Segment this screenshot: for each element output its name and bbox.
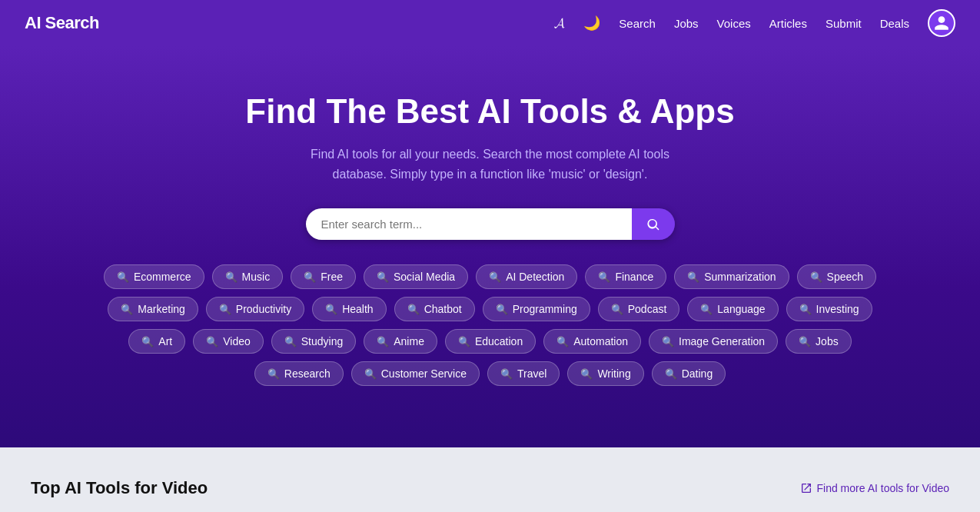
tag-label: Social Media [394,271,455,283]
tag-item[interactable]: 🔍Travel [487,361,560,386]
tag-search-icon: 🔍 [598,271,610,283]
tag-search-icon: 🔍 [267,368,280,380]
tag-search-icon: 🔍 [458,336,470,347]
tag-item[interactable]: 🔍Education [445,329,536,354]
tag-search-icon: 🔍 [810,271,822,283]
tag-item[interactable]: 🔍Marketing [108,297,198,321]
tag-search-icon: 🔍 [325,304,337,315]
moon-icon: 🌙 [583,15,600,32]
tag-label: Research [284,367,331,380]
logo[interactable]: AI Search [25,13,99,33]
tag-search-icon: 🔍 [496,304,508,315]
tags-container: 🔍Ecommerce🔍Music🔍Free🔍Social Media🔍AI De… [68,264,913,386]
tag-label: Programming [513,303,577,315]
tag-search-icon: 🔍 [580,368,593,380]
tag-label: Productivity [236,303,291,315]
tag-label: Writing [597,367,630,380]
tag-item[interactable]: 🔍Automation [543,329,641,354]
tag-search-icon: 🔍 [141,336,154,347]
tag-item[interactable]: 🔍Language [687,297,778,321]
search-input[interactable] [306,208,632,240]
tag-search-icon: 🔍 [700,304,713,315]
tag-item[interactable]: 🔍Investing [786,297,872,321]
tag-label: Image Generation [679,335,765,347]
tag-search-icon: 🔍 [407,304,420,315]
section-title: Top AI Tools for Video [31,478,208,498]
tag-item[interactable]: 🔍Studying [271,329,356,354]
tag-search-icon: 🔍 [556,336,569,347]
tag-item[interactable]: 🔍Speech [797,264,876,289]
tag-item[interactable]: 🔍Chatbot [394,297,475,321]
tag-search-icon: 🔍 [225,271,238,283]
tag-item[interactable]: 🔍Art [128,329,185,354]
tag-label: Speech [827,271,863,283]
tag-search-icon: 🔍 [665,368,677,380]
tag-label: Music [242,271,271,283]
tag-item[interactable]: 🔍Jobs [786,329,852,354]
tag-item[interactable]: 🔍Customer Service [351,361,480,386]
tag-item[interactable]: 🔍Podcast [598,297,680,321]
tag-search-icon: 🔍 [611,304,623,315]
tag-item[interactable]: 🔍Summarization [674,264,789,289]
tag-item[interactable]: 🔍Programming [483,297,590,321]
tag-search-icon: 🔍 [489,271,501,283]
hero-subtitle: Find AI tools for all your needs. Search… [298,145,683,184]
tag-item[interactable]: 🔍Finance [585,264,666,289]
translate-button[interactable]: 𝓐 [554,15,565,32]
tag-label: Chatbot [424,303,462,315]
tag-search-icon: 🔍 [799,336,811,347]
search-icon [646,217,661,232]
nav-voices[interactable]: Voices [717,17,751,30]
search-button[interactable] [632,208,675,240]
tag-search-icon: 🔍 [500,368,513,380]
nav-articles[interactable]: Articles [769,17,807,30]
nav-search[interactable]: Search [619,17,656,30]
tag-label: Health [342,303,373,315]
tag-label: Investing [816,303,859,315]
tag-search-icon: 🔍 [377,271,389,283]
tag-search-icon: 🔍 [687,271,699,283]
tag-item[interactable]: 🔍Anime [364,329,437,354]
nav-jobs[interactable]: Jobs [674,17,699,30]
find-more-text: Find more AI tools for Video [817,482,950,494]
nav-deals[interactable]: Deals [880,17,909,30]
tag-search-icon: 🔍 [799,304,812,315]
dark-mode-button[interactable]: 🌙 [583,15,600,32]
tag-label: Art [158,335,172,347]
tag-label: Customer Service [381,367,467,380]
tag-item[interactable]: 🔍Productivity [206,297,304,321]
find-more-link[interactable]: Find more AI tools for Video [800,482,950,494]
tag-label: Education [475,335,523,347]
tag-label: Travel [517,367,546,380]
tag-label: Language [717,303,765,315]
tag-search-icon: 🔍 [377,336,389,347]
tag-search-icon: 🔍 [121,304,133,315]
tag-item[interactable]: 🔍Video [193,329,264,354]
tag-item[interactable]: 🔍Ecommerce [104,264,204,289]
tag-search-icon: 🔍 [117,271,129,283]
tag-search-icon: 🔍 [662,336,674,347]
tag-item[interactable]: 🔍Health [312,297,386,321]
tag-search-icon: 🔍 [219,304,231,315]
tag-item[interactable]: 🔍Dating [652,361,726,386]
tag-label: Video [223,335,251,347]
tag-item[interactable]: 🔍Research [254,361,344,386]
tag-item[interactable]: 🔍Image Generation [649,329,778,354]
tag-label: Marketing [138,303,184,315]
tag-label: Finance [615,271,653,283]
tag-search-icon: 🔍 [364,368,377,380]
user-avatar[interactable] [928,9,955,37]
bottom-section: Top AI Tools for Video Find more AI tool… [0,447,980,512]
tag-label: Dating [682,367,713,380]
tag-item[interactable]: 🔍Writing [567,361,643,386]
tag-item[interactable]: 🔍Free [291,264,356,289]
tag-label: Ecommerce [134,271,191,283]
tag-label: Anime [394,335,424,347]
tag-label: Jobs [816,335,839,347]
tag-label: Free [321,271,343,283]
nav-submit[interactable]: Submit [826,17,862,30]
tag-item[interactable]: 🔍AI Detection [476,264,577,289]
translate-icon: 𝓐 [554,15,565,32]
tag-item[interactable]: 🔍Social Media [364,264,468,289]
tag-item[interactable]: 🔍Music [212,264,284,289]
